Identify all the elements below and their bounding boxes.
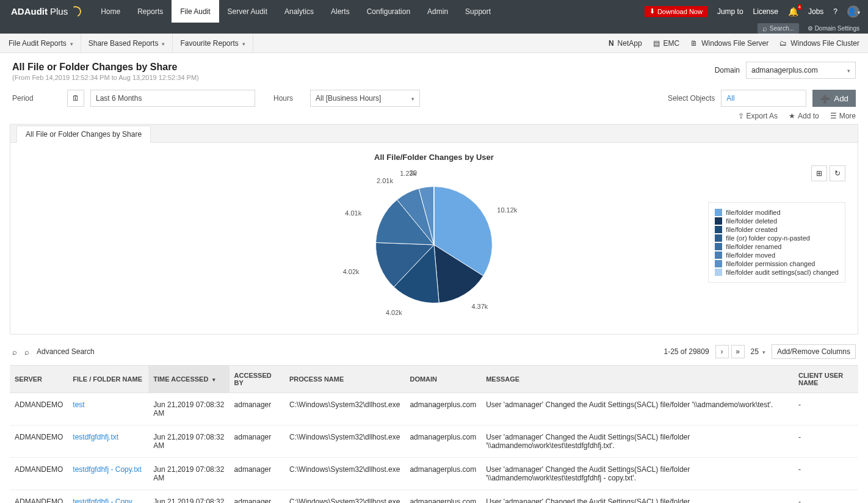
help-link[interactable]: ? bbox=[833, 7, 837, 16]
chart-legend: file/folder modifiedfile/folder deletedf… bbox=[708, 202, 845, 283]
alerts-bell-icon[interactable]: 🔔4 bbox=[788, 7, 798, 16]
logo-swoosh-icon bbox=[69, 4, 83, 18]
menu-share-based-reports[interactable]: Share Based Reports bbox=[81, 34, 173, 52]
col-domain[interactable]: DOMAIN bbox=[405, 366, 481, 393]
menu-file-audit-reports[interactable]: File Audit Reports bbox=[9, 34, 81, 52]
pie-slice-label: 4.37k bbox=[471, 303, 488, 310]
pie-slice-label: 4.02k bbox=[386, 309, 402, 316]
nav-tab-server-audit[interactable]: Server Audit bbox=[219, 0, 276, 23]
logo-text-b: Plus bbox=[48, 6, 68, 16]
logo: ADAudit Plus bbox=[0, 6, 92, 17]
search-placeholder: Search... bbox=[770, 25, 794, 32]
legend-item[interactable]: file/folder renamed bbox=[715, 243, 839, 250]
page-title: All File or Folder Changes by Share bbox=[12, 62, 199, 73]
add-remove-columns[interactable]: Add/Remove Columns bbox=[772, 344, 856, 359]
table-search-icon[interactable] bbox=[12, 347, 17, 356]
row-range: 1-25 of 29809 bbox=[664, 347, 709, 356]
plus-icon: ➕ bbox=[820, 94, 830, 103]
file-link[interactable]: testdfgfdhfj - Copy.txt bbox=[73, 465, 142, 474]
cell-domain: admanagerplus.com bbox=[405, 425, 481, 458]
add-chart-icon[interactable]: ⊞ bbox=[811, 165, 827, 181]
col-process-name[interactable]: PROCESS NAME bbox=[284, 366, 405, 393]
global-search[interactable]: Search... bbox=[758, 23, 799, 34]
menu-favourite-reports[interactable]: Favourite Reports bbox=[173, 34, 253, 52]
legend-item[interactable]: file/folder audit settings(sacl) changed bbox=[715, 269, 839, 276]
add-to[interactable]: ★ Add to bbox=[789, 112, 819, 120]
period-select[interactable]: Last 6 Months bbox=[90, 90, 255, 107]
cell-by: admanager bbox=[230, 425, 284, 458]
col-message[interactable]: MESSAGE bbox=[481, 366, 794, 393]
last-page-icon[interactable]: » bbox=[731, 345, 745, 358]
nav-tab-configuration[interactable]: Configuration bbox=[358, 0, 419, 23]
legend-item[interactable]: file/folder modified bbox=[715, 209, 839, 216]
nav-tab-analytics[interactable]: Analytics bbox=[276, 0, 322, 23]
jump-to-link[interactable]: Jump to bbox=[717, 7, 743, 16]
advanced-search-icon[interactable] bbox=[24, 347, 29, 356]
cell-server: ADMANDEMO bbox=[10, 425, 68, 458]
nav-tab-reports[interactable]: Reports bbox=[129, 0, 172, 23]
nav-tab-admin[interactable]: Admin bbox=[419, 0, 457, 23]
legend-item[interactable]: file/folder permission changed bbox=[715, 260, 839, 267]
results-table: SERVERFILE / FOLDER NAMETIME ACCESSED AC… bbox=[10, 365, 858, 503]
col-server[interactable]: SERVER bbox=[10, 366, 68, 393]
file-link[interactable]: testdfgfdhfj.txt bbox=[73, 433, 118, 441]
download-button[interactable]: ⬇ Download Now bbox=[645, 6, 707, 17]
report-tab-strip: All File or Folder Changes by Share bbox=[10, 124, 858, 142]
table-toolbar: Advanced Search 1-25 of 29809 › » 25 Add… bbox=[10, 338, 858, 365]
col-client-user-name[interactable]: CLIENT USER NAME bbox=[794, 366, 858, 393]
file-link[interactable]: test bbox=[73, 400, 84, 409]
nav-tab-home[interactable]: Home bbox=[92, 0, 129, 23]
chevron-down-icon bbox=[846, 66, 850, 74]
source-netapp[interactable]: NNetApp bbox=[609, 39, 642, 48]
next-page-icon[interactable]: › bbox=[715, 345, 729, 358]
cell-domain: admanagerplus.com bbox=[405, 393, 481, 425]
report-tab-active[interactable]: All File or Folder Changes by Share bbox=[16, 126, 151, 143]
export-as[interactable]: ⇪ Export As bbox=[738, 112, 778, 120]
legend-item[interactable]: file/folder moved bbox=[715, 252, 839, 259]
jobs-link[interactable]: Jobs bbox=[808, 7, 823, 16]
page-size-value[interactable]: 25 bbox=[751, 347, 759, 356]
objects-value: All bbox=[726, 94, 734, 103]
calendar-icon[interactable]: 🗓 bbox=[67, 90, 84, 107]
license-link[interactable]: License bbox=[753, 7, 778, 16]
table-row: ADMANDEMOtestdfgfdhfj - Copy.txtJun 21,2… bbox=[10, 458, 858, 490]
legend-item[interactable]: file (or) folder copy-n-pasted bbox=[715, 234, 839, 242]
refresh-chart-icon[interactable]: ↻ bbox=[830, 165, 845, 181]
cell-client: - bbox=[794, 490, 858, 504]
file-link[interactable]: testdfgfdhfj - Copy (8).txt bbox=[73, 498, 132, 503]
source-win-file-server[interactable]: 🗎Windows File Server bbox=[690, 39, 769, 48]
domain-select-group: Domain admanagerplus.com bbox=[715, 62, 856, 79]
cell-time: Jun 21,2019 07:08:32 AM bbox=[148, 393, 229, 425]
legend-item[interactable]: file/folder deleted bbox=[715, 217, 839, 225]
period-label: Period bbox=[12, 94, 61, 103]
nav-tab-file-audit[interactable]: File Audit bbox=[172, 0, 219, 23]
cell-by: admanager bbox=[230, 490, 284, 504]
hours-label: Hours bbox=[273, 94, 304, 103]
col-accessed-by[interactable]: ACCESSED BY bbox=[230, 366, 284, 393]
cell-message: User 'admanager' Changed the Audit Setti… bbox=[481, 458, 794, 490]
source-emc[interactable]: ▤EMC bbox=[653, 39, 680, 48]
logo-text-a: ADAudit bbox=[11, 6, 48, 16]
add-button[interactable]: ➕ Add bbox=[812, 90, 856, 107]
objects-select[interactable]: All bbox=[721, 90, 806, 107]
nav-tab-support[interactable]: Support bbox=[457, 0, 499, 23]
col-file-folder-name[interactable]: FILE / FOLDER NAME bbox=[68, 366, 148, 393]
user-avatar[interactable]: 👤 bbox=[847, 5, 859, 18]
nav-tab-alerts[interactable]: Alerts bbox=[322, 0, 358, 23]
cell-domain: admanagerplus.com bbox=[405, 458, 481, 490]
domain-settings-link[interactable]: ⚙ Domain Settings bbox=[808, 25, 859, 32]
cell-time: Jun 21,2019 07:08:32 AM bbox=[148, 490, 229, 504]
report-actions: ⇪ Export As ★ Add to ☰ More bbox=[0, 112, 868, 124]
cell-message: User 'admanager' Changed the Audit Setti… bbox=[481, 425, 794, 458]
legend-item[interactable]: file/folder created bbox=[715, 226, 839, 233]
domain-select[interactable]: admanagerplus.com bbox=[746, 62, 856, 79]
advanced-search-link[interactable]: Advanced Search bbox=[37, 347, 95, 356]
cell-time: Jun 21,2019 07:08:32 AM bbox=[148, 425, 229, 458]
pie-slice-label: 10.12k bbox=[497, 206, 517, 214]
pie-slice-label: 4.02k bbox=[343, 268, 360, 275]
col-time-accessed[interactable]: TIME ACCESSED bbox=[148, 366, 229, 393]
page-header: All File or Folder Changes by Share (Fro… bbox=[0, 53, 868, 87]
source-win-file-cluster[interactable]: 🗂Windows File Cluster bbox=[779, 39, 859, 48]
more-actions[interactable]: ☰ More bbox=[830, 112, 856, 120]
hours-select[interactable]: All [Business Hours] bbox=[310, 90, 420, 107]
